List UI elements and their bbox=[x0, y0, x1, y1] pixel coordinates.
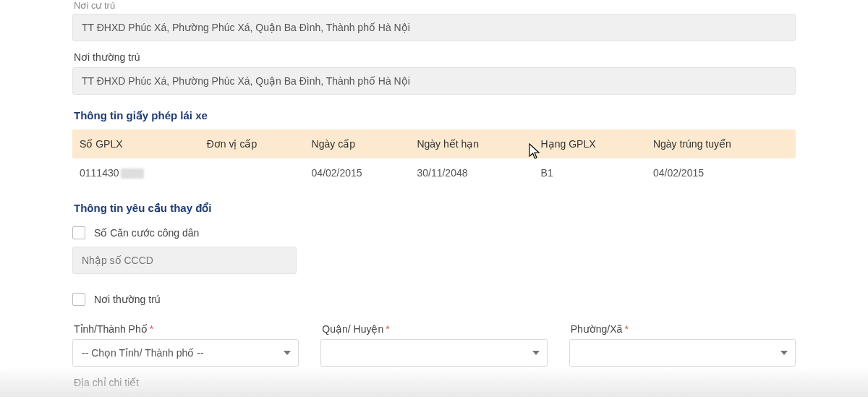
td-ngay-het-han: 30/11/2048 bbox=[409, 158, 533, 187]
cccd-input[interactable] bbox=[72, 247, 297, 274]
cccd-checkbox-label: Số Căn cước công dân bbox=[94, 227, 199, 239]
th-hang: Hạng GPLX bbox=[534, 129, 646, 158]
province-select-value: -- Chọn Tỉnh/ Thành phố -- bbox=[82, 347, 204, 359]
detail-address-input[interactable] bbox=[72, 393, 796, 397]
chevron-down-icon bbox=[284, 351, 291, 355]
th-ngay-cap: Ngày cấp bbox=[305, 129, 410, 158]
province-label: Tỉnh/Thành Phố* bbox=[74, 323, 299, 335]
th-ngay-het-han: Ngày hết hạn bbox=[409, 129, 533, 158]
permanent-checkbox[interactable] bbox=[72, 293, 85, 306]
change-section-title: Thông tin yêu cầu thay đổi bbox=[74, 202, 796, 215]
td-ngay-trung-tuyen: 04/02/2015 bbox=[646, 158, 796, 187]
chevron-down-icon bbox=[532, 351, 540, 355]
td-hang: B1 bbox=[534, 158, 646, 187]
province-select[interactable]: -- Chọn Tỉnh/ Thành phố -- bbox=[72, 339, 299, 367]
permanent-value: TT ĐHXD Phúc Xá, Phường Phúc Xá, Quận Ba… bbox=[72, 67, 796, 95]
table-row: 0111430 04/02/2015 30/11/2048 B1 04/02/2… bbox=[72, 158, 796, 187]
license-section-title: Thông tin giấy phép lái xe bbox=[74, 109, 796, 122]
license-table: Số GPLX Đơn vị cấp Ngày cấp Ngày hết hạn… bbox=[72, 129, 796, 187]
th-so-gplx: Số GPLX bbox=[72, 129, 200, 158]
redacted-icon bbox=[121, 168, 144, 179]
td-ngay-cap: 04/02/2015 bbox=[305, 158, 410, 187]
ward-label: Phường/Xã* bbox=[571, 323, 796, 335]
td-so-gplx: 0111430 bbox=[72, 158, 200, 187]
permanent-label: Nơi thường trú bbox=[74, 51, 796, 63]
permanent-checkbox-label: Nơi thường trú bbox=[94, 294, 161, 305]
district-label: Quận/ Huyện* bbox=[322, 323, 547, 335]
chevron-down-icon bbox=[780, 351, 788, 355]
required-icon: * bbox=[386, 323, 389, 335]
district-select[interactable] bbox=[320, 339, 547, 367]
residence-label-cut: Nơi cư trú bbox=[74, 0, 796, 11]
residence-value: TT ĐHXD Phúc Xá, Phường Phúc Xá, Quận Ba… bbox=[72, 14, 796, 41]
detail-address-label: Địa chỉ chi tiết bbox=[74, 377, 796, 388]
so-gplx-prefix: 0111430 bbox=[80, 167, 119, 179]
ward-select[interactable] bbox=[569, 339, 796, 367]
required-icon: * bbox=[150, 323, 153, 335]
cccd-checkbox[interactable] bbox=[72, 226, 85, 239]
required-icon: * bbox=[624, 323, 628, 335]
td-don-vi-cap bbox=[200, 158, 305, 187]
th-don-vi-cap: Đơn vị cấp bbox=[200, 129, 305, 158]
th-ngay-trung-tuyen: Ngày trúng tuyển bbox=[646, 129, 796, 158]
